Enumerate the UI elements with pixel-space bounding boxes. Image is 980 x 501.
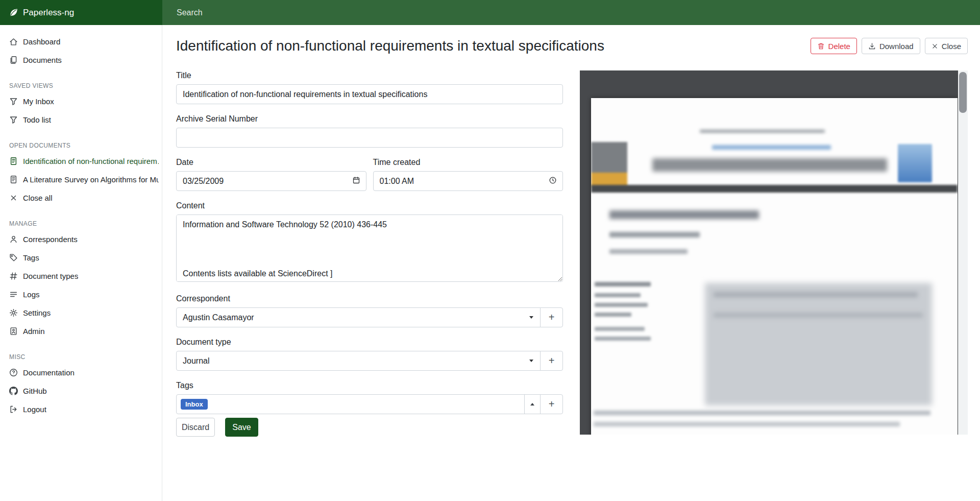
- blur-block: [705, 283, 932, 405]
- sidebar-item-documents[interactable]: Documents: [0, 51, 162, 69]
- discard-button[interactable]: Discard: [176, 418, 215, 437]
- main-content: Identification of non-functional require…: [162, 25, 980, 501]
- download-button[interactable]: Download: [862, 38, 920, 54]
- list-icon: [9, 290, 18, 299]
- funnel-icon: [9, 115, 18, 124]
- document-type-select[interactable]: Journal: [176, 351, 541, 371]
- logout-icon: [9, 405, 18, 414]
- sidebar-item-admin[interactable]: Admin: [0, 322, 162, 340]
- title-label: Title: [176, 70, 563, 80]
- add-tag-button[interactable]: +: [540, 394, 563, 414]
- sidebar: Dashboard Documents SAVED VIEWS My Inbox…: [0, 25, 162, 501]
- sidebar-item-github[interactable]: GitHub: [0, 381, 162, 400]
- sidebar-item-label: Admin: [23, 327, 45, 336]
- blur-block: [595, 303, 648, 307]
- sidebar-item-documentation[interactable]: Documentation: [0, 363, 162, 381]
- sidebar-item-dashboard[interactable]: Dashboard: [0, 32, 162, 51]
- sidebar-item-label: Settings: [23, 308, 51, 317]
- top-navbar: Paperless-ng: [0, 0, 980, 25]
- tags-input[interactable]: Inbox: [176, 394, 525, 414]
- person-icon: [9, 235, 18, 244]
- sidebar-item-my-inbox[interactable]: My Inbox: [0, 92, 162, 110]
- close-icon: [932, 43, 938, 50]
- sidebar-item-label: Close all: [23, 194, 53, 202]
- blur-block: [591, 185, 958, 193]
- blur-block: [712, 145, 831, 150]
- brand-link[interactable]: Paperless-ng: [0, 0, 162, 25]
- sidebar-item-close-all[interactable]: Close all: [0, 188, 162, 207]
- save-button[interactable]: Save: [225, 418, 258, 437]
- brand-name: Paperless-ng: [23, 8, 74, 18]
- sidebar-item-todo-list[interactable]: Todo list: [0, 110, 162, 129]
- sidebar-item-label: Correspondents: [23, 235, 78, 244]
- correspondent-select[interactable]: Agustin Casamayor: [176, 307, 541, 327]
- blur-block: [595, 313, 631, 317]
- blur-block: [595, 327, 645, 331]
- blur-block: [595, 282, 651, 287]
- manage-header: MANAGE: [9, 220, 153, 227]
- blur-block: [609, 232, 700, 237]
- tag-icon: [9, 253, 18, 262]
- tags-dropdown-toggle[interactable]: [524, 394, 541, 414]
- journal-cover-thumbnail: [591, 142, 627, 187]
- hash-icon: [9, 272, 18, 280]
- files-icon: [9, 56, 18, 64]
- close-icon: [9, 194, 18, 202]
- delete-button[interactable]: Delete: [811, 38, 857, 54]
- close-button[interactable]: Close: [925, 38, 968, 54]
- sidebar-item-label: Tags: [23, 253, 39, 262]
- sidebar-item-label: Document types: [23, 272, 78, 280]
- sidebar-item-correspondents[interactable]: Correspondents: [0, 230, 162, 248]
- sidebar-item-label: Documentation: [23, 368, 75, 377]
- sidebar-item-label: Dashboard: [23, 37, 60, 46]
- time-created-label: Time created: [373, 157, 564, 167]
- sidebar-open-document-2[interactable]: A Literature Survey on Algorithms for Mu…: [0, 170, 162, 188]
- blur-block: [609, 249, 688, 254]
- content-field[interactable]: Information and Software Technology 52 (…: [176, 214, 563, 282]
- open-documents-header: OPEN DOCUMENTS: [9, 142, 153, 149]
- blur-block: [595, 337, 651, 341]
- blur-block: [609, 210, 759, 219]
- paperless-leaf-icon: [9, 8, 18, 17]
- document-edit-form: Title Archive Serial Number Date: [176, 70, 563, 447]
- download-button-label: Download: [879, 42, 914, 51]
- file-text-icon: [9, 157, 18, 165]
- archive-serial-number-field[interactable]: [176, 128, 563, 148]
- blur-block: [700, 130, 825, 133]
- funnel-icon: [9, 97, 18, 106]
- trash-icon: [817, 42, 825, 50]
- chevron-up-icon: [530, 403, 534, 405]
- blur-block: [714, 313, 923, 318]
- delete-button-label: Delete: [828, 42, 850, 51]
- sidebar-item-label: Identification of non-functional require…: [23, 157, 159, 165]
- sidebar-item-label: Logout: [23, 405, 46, 414]
- preview-scrollbar[interactable]: [958, 70, 968, 435]
- date-field[interactable]: [176, 171, 366, 191]
- tags-label: Tags: [176, 380, 563, 390]
- sidebar-item-logout[interactable]: Logout: [0, 400, 162, 418]
- preview-scrollbar-thumb[interactable]: [959, 72, 967, 113]
- pdf-page: [591, 98, 958, 435]
- file-text-icon: [9, 175, 18, 184]
- sidebar-item-document-types[interactable]: Document types: [0, 267, 162, 285]
- add-correspondent-button[interactable]: +: [540, 307, 563, 327]
- sidebar-item-tags[interactable]: Tags: [0, 248, 162, 267]
- sidebar-item-logs[interactable]: Logs: [0, 285, 162, 303]
- plus-icon: +: [549, 398, 555, 410]
- blur-block: [594, 422, 900, 426]
- blur-block: [595, 293, 641, 297]
- plus-icon: +: [549, 355, 555, 367]
- search-input[interactable]: [162, 0, 980, 25]
- title-field[interactable]: [176, 84, 563, 104]
- asn-label: Archive Serial Number: [176, 114, 563, 124]
- github-icon: [9, 387, 18, 395]
- sidebar-open-document-1[interactable]: Identification of non-functional require…: [0, 152, 162, 170]
- document-preview: [580, 70, 968, 435]
- correspondent-label: Correspondent: [176, 294, 563, 303]
- misc-header: MISC: [9, 353, 153, 361]
- download-icon: [868, 42, 876, 50]
- sidebar-item-settings[interactable]: Settings: [0, 303, 162, 322]
- add-document-type-button[interactable]: +: [540, 351, 563, 371]
- tag-badge-inbox: Inbox: [181, 399, 208, 410]
- time-created-field[interactable]: [373, 171, 564, 191]
